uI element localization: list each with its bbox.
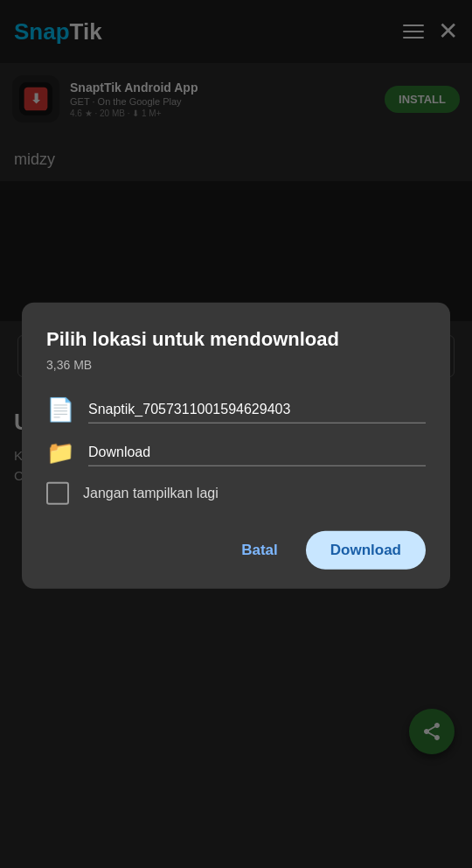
dialog-title: Pilih lokasi untuk mendownload xyxy=(46,327,426,353)
filename-input[interactable] xyxy=(88,396,426,423)
folder-input[interactable] xyxy=(88,438,426,466)
download-dialog: Pilih lokasi untuk mendownload 3,36 MB 📄… xyxy=(22,303,450,589)
dont-show-checkbox[interactable] xyxy=(46,481,69,504)
file-icon: 📄 xyxy=(46,396,74,423)
download-button[interactable]: Download xyxy=(306,530,426,569)
filename-row: 📄 xyxy=(46,396,426,423)
dialog-actions: Batal Download xyxy=(46,530,426,569)
folder-row: 📁 xyxy=(46,438,426,466)
checkbox-row: Jangan tampilkan lagi xyxy=(46,481,426,504)
checkbox-label: Jangan tampilkan lagi xyxy=(83,485,219,500)
dialog-file-size: 3,36 MB xyxy=(46,357,426,371)
cancel-button[interactable]: Batal xyxy=(227,532,292,567)
folder-icon: 📁 xyxy=(46,438,74,466)
